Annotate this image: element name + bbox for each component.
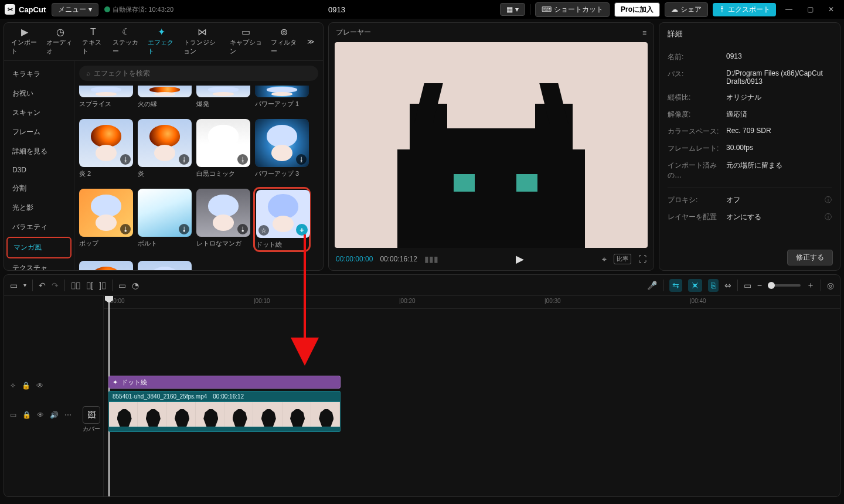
cursor-tool-icon[interactable]: ▭ <box>10 281 18 290</box>
effect-search-input[interactable] <box>94 69 311 77</box>
redo-icon[interactable]: ↷ <box>52 281 59 290</box>
video-clip[interactable]: 855401-uhd_3840_2160_25fps.mp4 00:00:16:… <box>108 391 341 432</box>
category-お祝い[interactable]: お祝い <box>6 84 72 103</box>
align-icon[interactable]: ⇔ <box>724 281 731 290</box>
link-icon[interactable]: ⎘ <box>708 279 719 292</box>
tab-インポート[interactable]: ▶インポート <box>8 25 42 58</box>
tab-icon: ☾ <box>122 28 130 37</box>
effect-search[interactable]: ⌕ <box>79 66 318 81</box>
category-D3D[interactable]: D3D <box>6 161 72 179</box>
tab-ステッカー[interactable]: ☾ステッカー <box>109 25 143 58</box>
category-テクスチャ[interactable]: テクスチャ <box>6 258 72 270</box>
effect-item-スプライス[interactable]: スプライス <box>79 86 133 108</box>
shortcut-button[interactable]: ⌨ショートカット <box>535 2 610 17</box>
info-icon[interactable]: ⓘ <box>825 212 832 222</box>
speaker-icon[interactable]: 🔊 <box>50 411 59 419</box>
zoom-fit-icon[interactable]: ◎ <box>827 281 834 290</box>
timeline-ruler[interactable]: |00:00|00:10|00:20|00:30|00:40 <box>104 296 840 309</box>
lock-icon[interactable]: 🔒 <box>22 411 31 419</box>
close-button[interactable]: ✕ <box>823 2 839 16</box>
mic-icon[interactable]: 🎤 <box>647 281 657 290</box>
effect-item-ポップ[interactable]: ⭳ポップ <box>79 189 133 250</box>
zoom-slider[interactable] <box>768 284 801 287</box>
maximize-button[interactable]: ▢ <box>802 2 818 16</box>
minimize-button[interactable]: — <box>781 2 797 16</box>
download-icon[interactable]: ⭳ <box>237 224 248 234</box>
favorite-icon[interactable]: ☆ <box>258 225 269 236</box>
download-icon[interactable]: ⭳ <box>120 224 131 234</box>
effect-item-ボルト[interactable]: ⭳ボルト <box>138 189 192 250</box>
tab-エフェクト[interactable]: ✦エフェクト <box>144 25 178 58</box>
effect-label: パワーアップ 3 <box>255 169 309 178</box>
effect-item-unnamed[interactable] <box>79 261 133 270</box>
ratio-button[interactable]: 比率 <box>614 254 631 264</box>
tab-テキスト[interactable]: Tテキスト <box>79 25 108 58</box>
cursor-dropdown-icon[interactable]: ▾ <box>23 282 26 288</box>
effect-item-ドット絵[interactable]: ☆+ドット絵 <box>255 189 309 250</box>
preview-mode-icon[interactable]: ▭ <box>744 281 751 290</box>
info-icon[interactable]: ⓘ <box>825 195 832 205</box>
effect-item-パワーアップ 3[interactable]: ⭳パワーアップ 3 <box>255 119 309 178</box>
lock-icon[interactable]: 🔒 <box>22 382 30 390</box>
effect-label: 炎 <box>138 169 192 178</box>
mute-video-icon[interactable]: ▭ <box>10 411 16 419</box>
fix-button[interactable]: 修正する <box>787 250 833 265</box>
category-分割[interactable]: 分割 <box>6 179 72 198</box>
category-マンガ風[interactable]: マンガ風 <box>6 237 72 258</box>
magnet-icon[interactable]: ⯍ <box>688 279 702 292</box>
effect-item-炎 2[interactable]: ⭳炎 2 <box>79 119 133 178</box>
effect-item-パワーアップ 1[interactable]: パワーアップ 1 <box>255 86 309 108</box>
effect-item-unnamed[interactable] <box>138 261 192 270</box>
undo-icon[interactable]: ↶ <box>39 281 46 290</box>
effect-item-レトロなマンガ[interactable]: ⭳レトロなマンガ <box>196 189 250 250</box>
share-label: シェア <box>680 5 702 15</box>
trim-right-icon[interactable]: ]⌷ <box>99 281 106 290</box>
eye-icon[interactable]: 👁 <box>37 411 44 419</box>
cover-button[interactable]: 🖼 カバー <box>81 406 101 433</box>
effect-item-爆発[interactable]: 爆発 <box>196 86 250 108</box>
timeline-tracks[interactable]: |00:00|00:10|00:20|00:30|00:40 ✦ ドット絵 85… <box>104 296 840 496</box>
marker-icon[interactable]: ◔ <box>132 281 139 290</box>
preview-viewport[interactable] <box>335 42 648 248</box>
tab-フィルター[interactable]: ⊚フィルター <box>267 25 301 58</box>
eq-icon[interactable]: ▮▮▮ <box>424 254 438 264</box>
eye-icon[interactable]: 👁 <box>36 382 43 390</box>
category-フレーム[interactable]: フレーム <box>6 122 72 142</box>
share-button[interactable]: ☁シェア <box>665 2 708 17</box>
focus-icon[interactable]: ⌖ <box>602 254 607 264</box>
trim-left-icon[interactable]: ⌷[ <box>86 281 93 290</box>
category-キラキラ[interactable]: キラキラ <box>6 64 72 84</box>
snap-icon[interactable]: ⇆ <box>669 279 682 292</box>
split-icon[interactable]: ⌷⌷ <box>71 281 80 290</box>
category-詳細を見る[interactable]: 詳細を見る <box>6 142 72 161</box>
download-icon[interactable]: ⭳ <box>296 154 307 165</box>
player-menu-icon[interactable]: ≡ <box>642 29 646 37</box>
pro-join-button[interactable]: Proに加入 <box>614 2 660 17</box>
download-icon[interactable]: ⭳ <box>179 154 189 165</box>
effect-clip[interactable]: ✦ ドット絵 <box>108 376 341 389</box>
zoom-out-icon[interactable]: − <box>757 281 762 290</box>
tab-オーディオ[interactable]: ◷オーディオ <box>43 25 77 58</box>
download-icon[interactable]: ⭳ <box>179 224 189 234</box>
fullscreen-icon[interactable]: ⛶ <box>638 254 646 264</box>
tab-トランジション[interactable]: ⋈トランジション <box>180 25 225 58</box>
tab-キャプション[interactable]: ▭キャプション <box>226 25 266 58</box>
export-button[interactable]: ⭱エクスポート <box>713 3 776 16</box>
category-光と影[interactable]: 光と影 <box>6 198 72 217</box>
layout-button[interactable]: ▦▾ <box>500 3 525 16</box>
tabs-more-icon[interactable]: ≫ <box>302 35 319 48</box>
play-button[interactable]: ▶ <box>516 253 524 265</box>
effect-toggle-icon[interactable]: ✧ <box>10 382 16 390</box>
zoom-in-icon[interactable]: ＋ <box>806 280 815 291</box>
category-バラエティ[interactable]: バラエティ <box>6 217 72 237</box>
effect-item-火の縁[interactable]: 火の縁 <box>138 86 192 108</box>
menu-button[interactable]: メニュー▾ <box>52 3 98 16</box>
download-icon[interactable]: ⭳ <box>237 154 248 165</box>
more-icon[interactable]: ⋯ <box>64 411 72 419</box>
add-effect-icon[interactable]: + <box>296 224 308 236</box>
effect-item-炎[interactable]: ⭳炎 <box>138 119 192 178</box>
delete-icon[interactable]: ▭ <box>118 281 126 290</box>
download-icon[interactable]: ⭳ <box>120 154 131 165</box>
category-スキャン[interactable]: スキャン <box>6 103 72 122</box>
effect-item-白黒コミック[interactable]: ⭳白黒コミック <box>196 119 250 178</box>
